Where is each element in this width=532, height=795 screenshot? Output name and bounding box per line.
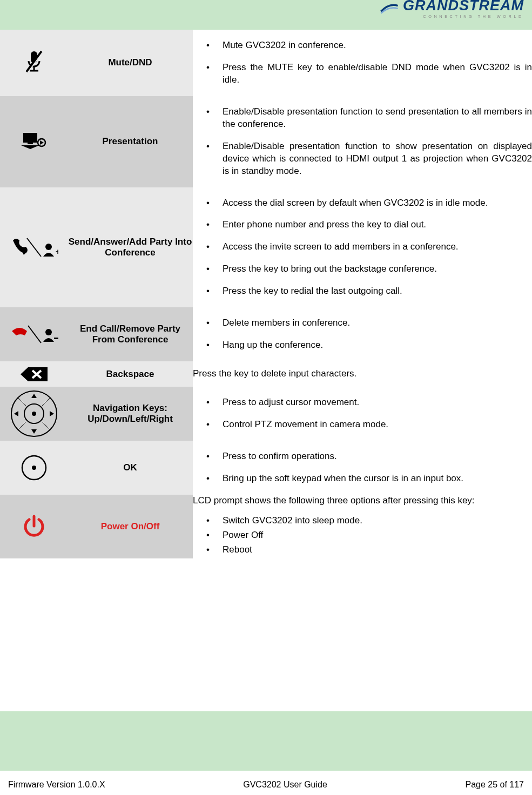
list-item: Reboot (206, 544, 532, 556)
description-list: Delete members in conference. Hang up th… (193, 317, 532, 352)
footer-band (0, 711, 532, 771)
table-row: Presentation Enable/Disable presentation… (0, 96, 532, 187)
svg-point-15 (45, 329, 52, 335)
table-row: + Send/Answer/Add Party Into Conference … (0, 187, 532, 308)
brand-name: GRANDSTREAM (403, 0, 524, 14)
end-call-remove-party-icon (0, 324, 68, 345)
table-row: Mute/DND Mute GVC3202 in conference. Pre… (0, 30, 532, 96)
ok-button-icon (0, 454, 68, 481)
list-item: Delete members in conference. (206, 317, 532, 329)
list-item: Power Off (206, 529, 532, 542)
svg-text:+: + (56, 247, 58, 256)
footer-title: GVC3202 User Guide (243, 780, 327, 790)
remote-keys-table: Mute/DND Mute GVC3202 in conference. Pre… (0, 30, 532, 558)
key-name: Navigation Keys: Up/Down/Left/Right (87, 403, 173, 424)
description-intro: LCD prompt shows the following three opt… (193, 495, 532, 507)
description-list: Press to confirm operations. Bring up th… (193, 450, 532, 485)
key-name: End Call/Remove Party From Conference (80, 324, 180, 345)
footer-firmware: Firmware Version 1.0.0.X (8, 780, 105, 790)
svg-marker-7 (21, 145, 39, 149)
key-name: Mute/DND (108, 57, 152, 68)
key-name: OK (123, 462, 137, 473)
svg-marker-25 (14, 411, 18, 416)
svg-line-29 (18, 422, 26, 430)
logo-swoosh-icon (380, 1, 399, 15)
list-item: Access the dial screen by default when G… (206, 197, 532, 210)
description-list: Press to adjust cursor movement. Control… (193, 396, 532, 431)
list-item: Bring up the soft keypad when the cursor… (206, 473, 532, 485)
svg-line-11 (27, 238, 41, 257)
svg-point-22 (32, 412, 36, 416)
list-item: Switch GVC3202 into sleep mode. (206, 515, 532, 527)
key-name: Presentation (103, 136, 158, 146)
svg-point-32 (32, 466, 36, 470)
mute-dnd-icon (0, 49, 68, 76)
table-row: Backspace Press the key to delete input … (0, 361, 532, 387)
key-name: Power On/Off (101, 521, 160, 531)
list-item: Press the key to bring out the backstage… (206, 263, 532, 275)
description: Press the key to delete input characters… (193, 368, 356, 379)
footer-page: Page 25 of 117 (465, 780, 524, 790)
svg-marker-17 (21, 367, 48, 381)
key-name: Backspace (106, 369, 154, 379)
power-icon (0, 514, 68, 539)
list-item: Mute GVC3202 in conference. (206, 39, 532, 52)
list-item: Control PTZ movement in camera mode. (206, 419, 532, 431)
list-item: Enable/Disable presentation function to … (206, 140, 532, 178)
table-row: Navigation Keys: Up/Down/Left/Right Pres… (0, 387, 532, 441)
table-row: OK Press to confirm operations. Bring up… (0, 441, 532, 495)
svg-marker-26 (50, 411, 54, 416)
list-item: Press to adjust cursor movement. (206, 396, 532, 409)
svg-rect-6 (28, 143, 33, 144)
description-list: Switch GVC3202 into sleep mode. Power Of… (193, 515, 532, 556)
svg-line-30 (42, 422, 50, 430)
presentation-icon (0, 131, 68, 152)
table-row: Power On/Off LCD prompt shows the follow… (0, 495, 532, 558)
svg-line-28 (42, 398, 50, 406)
svg-point-12 (45, 244, 52, 250)
description-list: Mute GVC3202 in conference. Press the MU… (193, 39, 532, 86)
svg-rect-16 (54, 338, 58, 339)
key-name: Send/Answer/Add Party Into Conference (69, 237, 192, 258)
call-add-party-icon: + (0, 235, 68, 260)
svg-marker-24 (31, 429, 37, 434)
list-item: Access the invite screen to add members … (206, 241, 532, 253)
svg-marker-9 (40, 140, 44, 145)
page-footer: Firmware Version 1.0.0.X GVC3202 User Gu… (8, 780, 524, 790)
list-item: Enter phone number and press the key to … (206, 219, 532, 231)
list-item: Press the MUTE key to enable/disable DND… (206, 62, 532, 86)
svg-rect-5 (23, 133, 37, 143)
description-list: Enable/Disable presentation function to … (193, 106, 532, 178)
description-list: Access the dial screen by default when G… (193, 197, 532, 298)
backspace-icon (0, 366, 68, 382)
list-item: Enable/Disable presentation function to … (206, 106, 532, 131)
svg-line-27 (18, 398, 26, 406)
list-item: Press to confirm operations. (206, 450, 532, 463)
list-item: Press the key to redial the last outgoin… (206, 285, 532, 298)
brand-logo: GRANDSTREAM CONNECTING THE WORLD (380, 0, 524, 19)
table-row: End Call/Remove Party From Conference De… (0, 307, 532, 361)
list-item: Hang up the conference. (206, 339, 532, 352)
svg-marker-23 (31, 394, 37, 398)
svg-line-14 (28, 326, 41, 343)
navigation-dpad-icon (0, 389, 68, 438)
